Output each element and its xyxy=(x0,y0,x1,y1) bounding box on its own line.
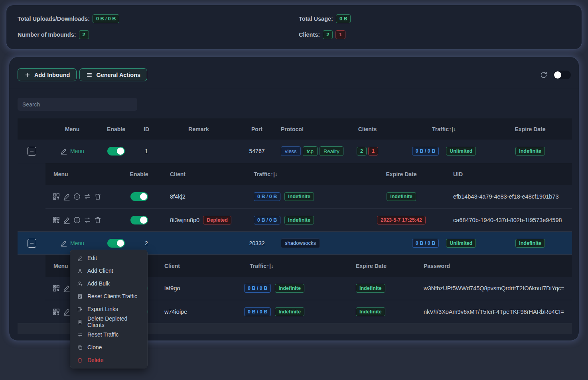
edit-pencil-icon[interactable] xyxy=(63,284,71,292)
refresh-icon xyxy=(540,71,548,79)
toggle-knob xyxy=(117,240,124,247)
menu-item-add-bulk[interactable]: Add Bulk xyxy=(70,277,147,290)
row-menu-button[interactable]: Menu xyxy=(60,148,84,155)
client-traffic-limit-badge: Indefinite xyxy=(284,216,314,224)
general-actions-button[interactable]: General Actions xyxy=(79,68,147,81)
add-inbound-button[interactable]: Add Inbound xyxy=(18,68,77,81)
menu-item-label: Add Client xyxy=(87,268,113,274)
menu-item-label: Reset Traffic xyxy=(87,331,118,338)
toggle-knob xyxy=(554,71,561,79)
menu-item-export-links[interactable]: Export Links xyxy=(70,303,147,315)
clients-active-count: 2 xyxy=(323,30,333,39)
qr-code-icon[interactable] xyxy=(52,193,60,201)
clone-icon xyxy=(77,345,83,350)
client-password: nkV/I/3XoAm9v6xMT/T5IcrF4TpeTKF98rHARbRo… xyxy=(417,309,572,315)
client-password: w3NfbzUPf5WWd745Q8pvsmQrdrttT2IO6knuI7Di… xyxy=(417,285,572,291)
collapse-row-button[interactable] xyxy=(28,147,36,156)
traffic-badge: 0 B / 0 B xyxy=(412,239,439,248)
client-enable-toggle[interactable] xyxy=(130,216,148,224)
client-expire-badge: Indefinite xyxy=(387,192,416,201)
inbound-enable-toggle[interactable] xyxy=(107,147,125,156)
client-name: 8f4kj2 xyxy=(170,193,185,200)
delete-client-icon[interactable] xyxy=(94,193,102,201)
qr-code-icon[interactable] xyxy=(52,308,60,316)
client-traffic-badge: 0 B / 0 B xyxy=(254,192,280,201)
qr-code-icon[interactable] xyxy=(52,284,60,292)
menu-item-reset-traffic[interactable]: Reset Traffic xyxy=(70,328,147,341)
auto-refresh-toggle[interactable] xyxy=(553,71,571,79)
client-traffic-badge: 0 B / 0 B xyxy=(244,307,271,316)
menu-item-label: Delete Depleted Clients xyxy=(87,315,140,328)
client-name: 8t3wjnn8p0Depleted xyxy=(170,216,231,224)
inbound-port: 54767 xyxy=(239,148,275,154)
menu-item-label: Add Bulk xyxy=(87,280,110,287)
traffic-badge: 0 B / 0 B xyxy=(412,147,439,156)
header-clients[interactable]: Clients xyxy=(335,126,400,132)
sub-header-enable: Enable xyxy=(120,171,158,177)
client-expire-badge: Indefinite xyxy=(356,307,385,316)
edit-pencil-icon[interactable] xyxy=(63,193,71,201)
header-protocol: Protocol xyxy=(275,126,335,132)
menu-item-edit[interactable]: Edit xyxy=(70,252,147,264)
menu-item-delete[interactable]: Delete xyxy=(70,354,147,366)
client-expire-badge: Indefinite xyxy=(356,284,385,293)
client-traffic-limit-badge: Indefinite xyxy=(284,192,314,201)
client-traffic-badge: 0 B / 0 B xyxy=(244,284,271,293)
depleted-badge: Depleted xyxy=(203,216,231,224)
toggle-knob xyxy=(140,193,147,200)
clients-depleted-count: 1 xyxy=(335,30,345,39)
menu-item-clone[interactable]: Clone xyxy=(70,341,147,354)
client-name: laf9go xyxy=(164,285,180,291)
header-expire-date: Expire Date xyxy=(488,126,572,132)
header-traffic-sort[interactable]: Traffic↑|↓ xyxy=(400,126,488,132)
search-input[interactable] xyxy=(18,98,137,111)
sub-header-traffic: Traffic↑|↓ xyxy=(246,171,361,177)
clients-depleted-badge: 1 xyxy=(368,147,378,156)
inbound-row-1: Menu 1 54767 vless tcp Reality 2 1 0 B / xyxy=(18,140,572,163)
client-name: w74ioipe xyxy=(164,309,187,315)
sub-header-client: Client xyxy=(158,171,246,177)
collapse-row-button[interactable] xyxy=(28,239,36,248)
row-menu-button[interactable]: Menu xyxy=(60,240,84,247)
hamburger-icon xyxy=(86,72,93,78)
general-actions-label: General Actions xyxy=(96,72,140,78)
refresh-button[interactable] xyxy=(540,71,548,79)
edit-pencil-icon xyxy=(60,148,67,155)
menu-item-add-client[interactable]: Add Client xyxy=(70,264,147,277)
header-enable: Enable xyxy=(98,126,134,132)
delete-client-icon[interactable] xyxy=(94,216,102,224)
client-traffic-badge: 0 B / 0 B xyxy=(254,216,280,224)
menu-item-reset-clients-traffic[interactable]: Reset Clients Traffic xyxy=(70,290,147,303)
client-row: 8f4kj2 0 B / 0 B Indefinite Indefinite e… xyxy=(45,185,572,208)
toggle-knob xyxy=(117,148,124,155)
inbound-enable-toggle[interactable] xyxy=(107,239,125,248)
menu-item-label: Clone xyxy=(87,344,102,350)
total-usage-value: 0 B xyxy=(336,14,351,23)
reset-traffic-icon[interactable] xyxy=(83,216,91,224)
edit-pencil-icon xyxy=(60,240,67,247)
header-id: ID xyxy=(134,126,159,132)
menu-item-label: Reset Clients Traffic xyxy=(87,293,137,299)
panel-header: Add Inbound General Actions xyxy=(9,57,579,89)
file-reset-icon xyxy=(77,293,83,299)
edit-pencil-icon[interactable] xyxy=(63,216,71,224)
reset-traffic-icon[interactable] xyxy=(83,193,91,201)
expire-badge: Indefinite xyxy=(515,239,545,248)
inbound-port: 20332 xyxy=(239,240,275,246)
client-enable-toggle[interactable] xyxy=(130,192,148,201)
sub-header-password: Password xyxy=(417,263,572,269)
traffic-limit-badge: Unlimited xyxy=(446,147,476,156)
minus-icon xyxy=(29,240,35,246)
qr-code-icon[interactable] xyxy=(52,216,60,224)
total-uploads-value: 0 B / 0 B xyxy=(93,14,119,23)
edit-pencil-icon[interactable] xyxy=(63,308,71,316)
trash-icon xyxy=(77,357,83,363)
sub-header-client: Client xyxy=(158,263,238,269)
total-uploads-label: Total Uploads/Downloads: xyxy=(18,16,90,22)
info-icon[interactable] xyxy=(73,216,81,224)
menu-item-label: Edit xyxy=(87,255,97,261)
client-row: 8t3wjnn8p0Depleted 0 B / 0 B Indefinite … xyxy=(45,208,572,231)
menu-item-delete-depleted-clients[interactable]: Delete Depleted Clients xyxy=(70,315,147,328)
row-menu-label: Menu xyxy=(70,148,84,154)
info-icon[interactable] xyxy=(73,193,81,201)
